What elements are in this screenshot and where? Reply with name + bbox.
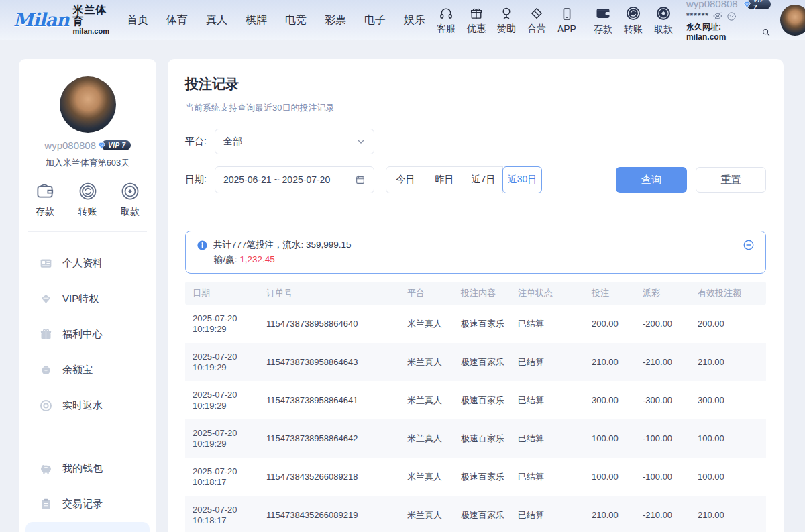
row-platform: 米兰真人 bbox=[400, 433, 453, 445]
reset-button[interactable]: 重置 bbox=[696, 167, 766, 193]
transfer-outline-icon bbox=[78, 181, 98, 201]
row-time: 10:19:29 bbox=[193, 401, 227, 411]
nav-item-chess[interactable]: 棋牌 bbox=[246, 13, 267, 28]
table-row: 2025-07-2010:18:17 1154738435266089218 米… bbox=[185, 458, 766, 496]
sidebar-username: wyp080808 bbox=[44, 140, 96, 151]
sidebar-item-yuebao[interactable]: 余额宝 bbox=[19, 352, 156, 388]
calendar-icon bbox=[355, 174, 366, 185]
logo-domain-text: milan.com bbox=[73, 28, 109, 36]
sidebar-menu-primary: 个人资料 VIP特权 福利中心 余额宝 实时返水 bbox=[19, 246, 156, 423]
sidebar-item-rebate[interactable]: 实时返水 bbox=[19, 388, 156, 423]
withdraw-button[interactable]: 取款 bbox=[654, 5, 673, 36]
collapse-minus-icon[interactable] bbox=[743, 239, 755, 251]
sidebar-item-vip[interactable]: VIP特权 bbox=[19, 281, 156, 317]
username-text: wyp080808 bbox=[686, 0, 738, 10]
row-valid: 100.00 bbox=[690, 433, 766, 443]
table-row: 2025-07-2010:19:29 1154738738958864641 米… bbox=[185, 381, 766, 419]
table-row: 2025-07-2010:18:17 1154738435266089219 米… bbox=[185, 496, 766, 532]
circle-chevron-icon[interactable] bbox=[727, 11, 737, 21]
date-label: 日期: bbox=[185, 174, 215, 186]
magnifier-icon[interactable] bbox=[761, 28, 771, 37]
row-content: 极速百家乐 bbox=[453, 471, 511, 483]
service-button[interactable]: 客服 bbox=[437, 6, 455, 35]
page-subtitle: 当前系统支持查询最近30日的投注记录 bbox=[185, 102, 766, 114]
row-order: 1154738738958864642 bbox=[259, 433, 400, 443]
row-order: 1154738738958864641 bbox=[259, 395, 400, 405]
bet-records-panel: 投注记录 当前系统支持查询最近30日的投注记录 平台: 全部 日期: 2025-… bbox=[168, 59, 784, 532]
row-valid: 210.00 bbox=[690, 357, 766, 367]
logo-cn-text: 米兰体育 bbox=[73, 5, 109, 28]
user-info-block: wyp080808 VIP 7 ****** 永久网址: milan.com bbox=[686, 0, 771, 42]
sidebar-deposit-button[interactable]: 存款 bbox=[35, 181, 55, 218]
promo-button[interactable]: 优惠 bbox=[467, 6, 486, 35]
vip-badge: VIP 7 bbox=[747, 0, 771, 9]
app-button[interactable]: APP bbox=[557, 7, 576, 34]
sidebar-item-transactions[interactable]: 交易记录 bbox=[19, 486, 156, 522]
transfer-button[interactable]: 转账 bbox=[624, 5, 643, 36]
gift-filled-icon bbox=[39, 327, 53, 341]
page-title: 投注记录 bbox=[185, 75, 766, 93]
range-30days-button[interactable]: 近30日 bbox=[502, 166, 542, 193]
deposit-button[interactable]: 存款 bbox=[594, 5, 612, 36]
date-range-input[interactable]: 2025-06-21 ~ 2025-07-20 bbox=[215, 166, 374, 193]
row-valid: 100.00 bbox=[690, 472, 766, 482]
row-content: 极速百家乐 bbox=[453, 318, 511, 330]
platform-select[interactable]: 全部 bbox=[215, 129, 374, 154]
row-status: 已结算 bbox=[511, 509, 584, 521]
nav-item-live[interactable]: 真人 bbox=[206, 13, 227, 28]
phone-icon bbox=[559, 7, 574, 21]
sidebar-item-profile[interactable]: 个人资料 bbox=[19, 246, 156, 281]
sidebar-item-wallet[interactable]: 我的钱包 bbox=[19, 451, 156, 486]
table-row: 2025-07-2010:19:29 1154738738958864643 米… bbox=[185, 343, 766, 381]
win-loss-label: 输/赢: bbox=[214, 254, 239, 264]
nav-item-home[interactable]: 首页 bbox=[127, 13, 148, 28]
brand-logo[interactable]: Milan 米兰体育 milan.com bbox=[13, 5, 109, 35]
sidebar-item-bet-records[interactable]: 投注记录 bbox=[25, 522, 150, 532]
search-button[interactable]: 查询 bbox=[616, 167, 687, 193]
sponsor-button[interactable]: 赞助 bbox=[497, 6, 516, 35]
range-today-button[interactable]: 今日 bbox=[386, 166, 425, 193]
gem-icon bbox=[97, 140, 107, 150]
eye-off-icon[interactable] bbox=[712, 11, 723, 21]
row-status: 已结算 bbox=[511, 318, 584, 330]
nav-item-sports[interactable]: 体育 bbox=[166, 13, 188, 28]
row-platform: 米兰真人 bbox=[400, 471, 453, 483]
sidebar-menu-secondary: 我的钱包 交易记录 投注记录 bbox=[19, 451, 156, 532]
partner-button[interactable]: 合营 bbox=[527, 6, 546, 35]
sidebar-transfer-button[interactable]: 转账 bbox=[78, 181, 98, 218]
col-content: 投注内容 bbox=[453, 287, 511, 299]
table-row: 2025-07-2010:19:29 1154738738958864640 米… bbox=[185, 305, 766, 343]
row-bet: 300.00 bbox=[584, 395, 635, 405]
row-date: 2025-07-20 bbox=[193, 466, 237, 476]
row-date: 2025-07-20 bbox=[193, 352, 237, 362]
vip-diamond-icon bbox=[39, 292, 53, 306]
row-payout: -200.00 bbox=[635, 319, 690, 329]
sidebar-withdraw-button[interactable]: 取款 bbox=[120, 181, 140, 218]
row-platform: 米兰真人 bbox=[400, 394, 453, 407]
row-bet: 200.00 bbox=[584, 319, 635, 329]
join-days-text: 加入米兰体育第603天 bbox=[19, 157, 156, 169]
summary-totals-text: 共计777笔投注，流水: 359,999.15 bbox=[213, 237, 352, 252]
range-yesterday-button[interactable]: 昨日 bbox=[425, 166, 464, 193]
nav-item-entertainment[interactable]: 娱乐 bbox=[404, 13, 425, 28]
chevron-down-icon bbox=[356, 137, 366, 146]
nav-item-esports[interactable]: 电竞 bbox=[285, 13, 307, 28]
headset-icon bbox=[439, 6, 453, 21]
user-avatar[interactable] bbox=[780, 5, 805, 36]
transfer-circle-icon bbox=[625, 5, 641, 21]
masked-balance: ****** bbox=[686, 11, 709, 21]
row-date: 2025-07-20 bbox=[193, 390, 237, 400]
row-payout: -210.00 bbox=[635, 510, 690, 520]
nav-item-lottery[interactable]: 彩票 bbox=[325, 13, 346, 28]
nav-item-slots[interactable]: 电子 bbox=[364, 13, 386, 28]
row-time: 10:19:29 bbox=[193, 439, 227, 449]
range-7days-button[interactable]: 近7日 bbox=[464, 166, 503, 193]
platform-label: 平台: bbox=[185, 136, 215, 148]
table-row: 2025-07-2010:19:29 1154738738958864642 米… bbox=[185, 419, 766, 458]
money-bag-icon bbox=[39, 363, 53, 377]
quick-range-group: 今日 昨日 近7日 近30日 bbox=[386, 166, 542, 193]
col-platform: 平台 bbox=[400, 287, 453, 299]
diamond-handshake-icon bbox=[529, 6, 544, 21]
logo-script-text: Milan bbox=[13, 9, 69, 30]
sidebar-item-welfare[interactable]: 福利中心 bbox=[19, 317, 156, 352]
